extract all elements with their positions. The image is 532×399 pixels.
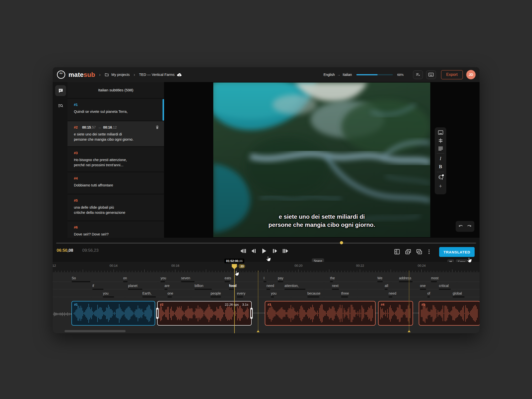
timeline-word[interactable]: because bbox=[307, 291, 320, 295]
breadcrumb-project[interactable]: TED — Vertical Farms bbox=[139, 73, 182, 77]
timeline-word[interactable]: attention, bbox=[284, 284, 299, 288]
timeline-word[interactable]: Earth, bbox=[142, 291, 151, 295]
split-view-button[interactable] bbox=[393, 248, 401, 255]
export-button[interactable]: Export bbox=[441, 70, 463, 79]
video-frame[interactable]: e siete uno dei sette miliardi di person… bbox=[213, 83, 430, 237]
timeline-ruler[interactable]: 00:1200:1400:1600:2000:2200:24 bbox=[53, 262, 480, 272]
timeline-word[interactable]: all bbox=[385, 284, 388, 288]
translation-progress-bar bbox=[356, 74, 393, 75]
timeline-word[interactable]: I bbox=[264, 276, 265, 280]
duplicate-front-button[interactable] bbox=[416, 248, 423, 255]
ruler-timecode-label: 00:24 bbox=[414, 264, 429, 267]
timeline-word[interactable]: three bbox=[341, 291, 349, 295]
subtitle-item[interactable]: #6Dove sei!? Dove sei!? bbox=[67, 221, 164, 238]
waveform bbox=[74, 303, 153, 324]
trim-handle-right[interactable] bbox=[250, 308, 253, 319]
block-number: #5 bbox=[421, 303, 425, 306]
next-subtitle-button[interactable] bbox=[282, 247, 289, 255]
timeline-word[interactable]: you bbox=[271, 291, 277, 295]
redo-icon[interactable] bbox=[466, 224, 472, 229]
subtitles-panel-button[interactable] bbox=[55, 85, 66, 96]
subtitle-list-scrollbar[interactable] bbox=[163, 99, 164, 121]
subtitle-waveform-block[interactable]: #3 bbox=[265, 301, 376, 326]
timeline-word[interactable]: next bbox=[332, 284, 338, 288]
timeline-word[interactable]: need bbox=[266, 284, 274, 288]
subtitle-item[interactable]: #1Quindi se vivete sul pianeta Terra, bbox=[67, 99, 164, 121]
subtitle-text[interactable]: Dobbiamo tutti affrontare bbox=[74, 183, 159, 188]
matesub-logo-text[interactable]: matesub bbox=[68, 71, 95, 79]
subtitle-text[interactable]: Quindi se vivete sul pianeta Terra, bbox=[74, 109, 159, 114]
timeline-horizontal-scrollbar[interactable] bbox=[65, 330, 126, 332]
step-forward-button[interactable] bbox=[271, 247, 279, 255]
subtitle-timing[interactable]: 00:15,57→00:16,12 bbox=[82, 125, 117, 129]
breadcrumb-my-projects[interactable]: My projects bbox=[104, 73, 130, 77]
timeline-word[interactable]: planet bbox=[128, 284, 137, 288]
subtitle-waveform-block[interactable]: #4 bbox=[378, 301, 413, 326]
timeline-word[interactable]: So bbox=[72, 276, 76, 280]
subtitle-number: #5 bbox=[74, 199, 78, 202]
playhead-line[interactable] bbox=[234, 268, 235, 333]
timeline-word[interactable]: every bbox=[237, 291, 245, 295]
subtitle-waveform-block[interactable]: #222.26 cps3.1s bbox=[157, 301, 252, 326]
matesub-logo-icon[interactable]: ’’ bbox=[57, 70, 66, 79]
undo-icon[interactable] bbox=[458, 224, 464, 229]
timeline-word[interactable]: critical bbox=[439, 284, 449, 288]
justify-text-icon[interactable] bbox=[438, 147, 443, 150]
word-duration-bar bbox=[330, 281, 333, 282]
vertical-align-icon[interactable] bbox=[438, 138, 443, 143]
subtitle-item[interactable]: #4Dobbiamo tutti affrontare bbox=[67, 172, 164, 194]
timeline-word[interactable]: you bbox=[103, 291, 109, 295]
boundary-marker-arrow[interactable] bbox=[257, 330, 260, 332]
subtitle-text[interactable]: una delle sfide globali piùcritiche dell… bbox=[74, 205, 159, 215]
timeline-word[interactable]: you bbox=[161, 276, 166, 280]
bold-button[interactable]: B bbox=[439, 164, 442, 169]
video-seek-knob[interactable] bbox=[340, 241, 343, 244]
timeline-word[interactable]: are bbox=[165, 284, 169, 288]
play-button[interactable] bbox=[261, 247, 268, 255]
subtitle-waveform-block[interactable]: #1 bbox=[71, 301, 155, 326]
timeline-word[interactable]: global bbox=[453, 291, 462, 295]
timeline-word[interactable]: address bbox=[399, 276, 411, 280]
subtitle-text[interactable]: Ho bisogno che presti attenzione,perché … bbox=[74, 157, 159, 168]
subtitle-item[interactable]: #3Ho bisogno che presti attenzione,perch… bbox=[67, 147, 164, 172]
timeline-word[interactable]: of bbox=[427, 291, 430, 295]
timeline-word[interactable]: pay bbox=[278, 276, 283, 280]
timeline-word[interactable]: if bbox=[92, 284, 94, 288]
timeline-word[interactable]: billion bbox=[195, 284, 203, 288]
timeline-word[interactable]: the bbox=[330, 276, 335, 280]
step-back-button[interactable] bbox=[250, 247, 257, 255]
timeline-word[interactable]: food bbox=[229, 284, 236, 288]
more-options-button[interactable] bbox=[427, 249, 432, 254]
trim-handle-left[interactable] bbox=[156, 308, 159, 319]
subtitle-item[interactable]: #200:15,57→00:16,12e siete uno dei sette… bbox=[67, 121, 164, 146]
translated-status-button[interactable]: TRANSLATED bbox=[439, 247, 475, 257]
timeline-word[interactable]: eats bbox=[225, 276, 231, 280]
timeline-word[interactable]: need bbox=[389, 291, 396, 295]
italic-button[interactable]: I bbox=[440, 156, 441, 161]
video-seek-bar[interactable] bbox=[56, 243, 476, 244]
subtitle-text[interactable]: e siete uno dei sette miliardi dipersone… bbox=[74, 132, 159, 142]
timeline-word[interactable]: people bbox=[211, 291, 221, 295]
word-duration-bar bbox=[278, 281, 283, 282]
timeline-word[interactable]: one bbox=[167, 291, 173, 295]
add-subtitle-button[interactable]: + bbox=[439, 184, 442, 188]
duplicate-back-button[interactable] bbox=[404, 248, 412, 255]
subtitle-item[interactable]: #5una delle sfide globali piùcritiche de… bbox=[67, 194, 164, 221]
task-list-button[interactable] bbox=[413, 70, 423, 79]
comments-button[interactable]: 1 bbox=[438, 175, 443, 181]
shortcuts-button[interactable] bbox=[426, 70, 436, 79]
timeline-word[interactable]: We bbox=[377, 276, 382, 280]
ruler-tick bbox=[114, 269, 114, 272]
delete-subtitle-button[interactable] bbox=[155, 125, 159, 129]
search-subtitles-button[interactable] bbox=[55, 100, 66, 111]
subtitle-position-icon[interactable] bbox=[438, 130, 443, 135]
user-avatar[interactable]: JD bbox=[466, 70, 476, 79]
subtitle-waveform-block[interactable]: #5 bbox=[419, 301, 480, 326]
timeline-word[interactable]: on bbox=[123, 276, 127, 280]
timeline-word[interactable]: one bbox=[420, 284, 426, 288]
previous-subtitle-button[interactable] bbox=[239, 247, 247, 255]
boundary-marker-arrow[interactable] bbox=[408, 330, 411, 332]
subtitle-text[interactable]: Dove sei!? Dove sei!? bbox=[74, 232, 159, 237]
timeline-word[interactable]: seven bbox=[181, 276, 190, 280]
timeline-word[interactable]: most bbox=[431, 276, 438, 280]
